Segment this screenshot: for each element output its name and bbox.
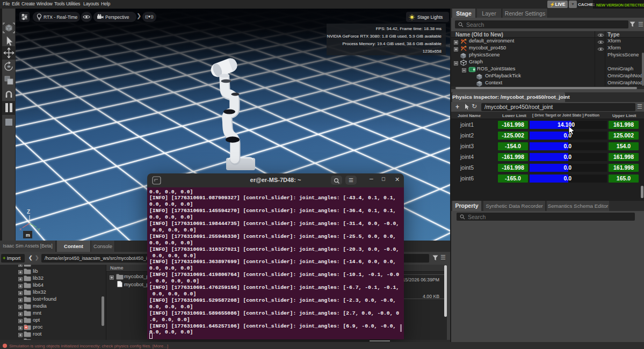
svg-text:x: x	[19, 227, 21, 231]
svg-text:m: m	[26, 232, 30, 238]
svg-text:Z: Z	[27, 209, 30, 215]
svg-text:Y: Y	[37, 227, 40, 232]
